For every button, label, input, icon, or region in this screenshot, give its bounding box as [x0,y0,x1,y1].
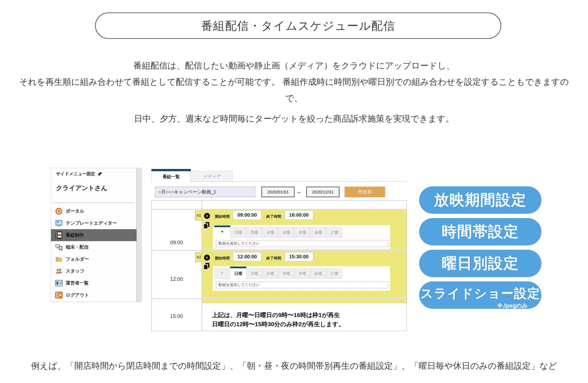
slot-1-tab: #1 [195,211,202,220]
badge-time-band: 時間帯設定 [419,218,541,245]
slot-1-day-tab-sun[interactable]: 日曜 [230,227,246,238]
slot-2-copy-icon[interactable] [203,263,210,271]
sidebar-item-template-editor[interactable]: テンプレートエディター [51,217,137,229]
page: 番組配信・タイムスケジュール配信 番組配信は、配信したい動画や静止画（メディア）… [0,0,588,383]
slot-2-day-tab-sun[interactable]: 日曜 [230,268,246,279]
tab-program-list[interactable]: 番組一覧 [151,171,191,182]
slot-2-day-tab-sat[interactable]: 土曜 [326,268,342,279]
devices-icon [55,243,63,251]
client-name: クライアントさん [56,184,107,192]
slot-1-close-icon[interactable]: ✕ [204,213,210,219]
table-header-divider [151,209,407,209]
staff-icon [55,267,63,275]
operator-list-icon [55,279,63,287]
slot-2-end-time-input[interactable]: 15:30:00 [285,252,313,261]
slot-1-day-tab-all[interactable]: * [214,227,230,238]
sidebar-item-label: スタッフ [66,268,85,274]
sidebar-scrollbar[interactable] [137,168,142,302]
film-icon [55,231,63,239]
slot-1-day-tab-thu[interactable]: 木曜 [294,227,310,238]
sidebar-item-label: 運営者一覧 [66,280,89,286]
portal-icon [55,207,63,215]
page-title: 番組配信・タイムスケジュール配信 [95,13,501,39]
slot-2-day-tab-thu[interactable]: 木曜 [294,268,310,279]
sidebar-item-label: 番組制作 [66,232,84,238]
sidebar-item-program-production[interactable]: 番組制作 [51,229,137,241]
sidebar-item-label: ログアウト [66,292,89,298]
slot-2-start-time-input[interactable]: 12:00:00 [233,252,261,261]
sidebar-item-devices-delivery[interactable]: 端末・配信 [51,241,137,253]
slot-1-copy-icon[interactable] [203,222,210,230]
slot-2-start-label: 開始時間 [215,256,230,261]
slot-2-overflow-strip [202,299,407,303]
schedule-note-line-2: 日曜日の12時〜15時30分のみ枠2が再生します。 [212,320,344,328]
slot-1-day-tab-tue[interactable]: 火曜 [262,227,278,238]
intro-line-1: 番組配信は、配信したい動画や静止画（メディア）をクラウドにアップロードし、 [0,60,588,72]
slot-1-end-time-input[interactable]: 16:00:00 [285,210,313,220]
sidebar-item-label: ポータル [66,208,84,214]
slot-1-day-tab-sat[interactable]: 土曜 [326,227,342,238]
slot-2-media-dropzone[interactable]: 動画を追加してください [216,281,389,288]
sidebar-pin-label: サイドメニュー固定 [56,171,95,177]
sidebar-item-label: フォルダー [66,256,89,262]
date-to-input[interactable]: 2020/12/31 [306,187,339,197]
slot-1-media-dropzone[interactable]: 動画を追加してください [216,240,389,247]
slot-1-day-tab-wed[interactable]: 水曜 [278,227,294,238]
pushpin-icon [97,172,103,177]
badge-slideshow-note: ※Jpegのみ [497,302,528,310]
sidebar-item-portal[interactable]: ポータル [51,205,137,217]
active-tab-accent-bar [151,169,191,171]
slot-1-start-time-input[interactable]: 09:00:00 [233,210,261,220]
sidebar-item-folder[interactable]: フォルダー [51,253,137,265]
sidebar-divider [53,203,134,203]
time-label-0900: 09:00 [151,240,202,246]
intro-line-3: で、 [0,92,588,104]
sidebar-item-label: テンプレートエディター [66,220,117,226]
slot-1-day-tab-fri[interactable]: 金曜 [310,227,326,238]
slot-2-end-label: 終了時間 [266,256,281,261]
row-divider-1 [151,250,407,251]
badge-broadcast-period: 放映期間設定 [419,186,541,214]
sidebar-item-staff[interactable]: スタッフ [51,265,137,277]
sidebar-item-label: 端末・配信 [66,244,89,250]
template-editor-icon [55,219,63,227]
time-label-1200: 12:00 [151,276,202,282]
slot-2-tab: #2 [195,252,202,262]
slot-2-day-tab-fri[interactable]: 金曜 [310,268,326,279]
intro-line-4: 日中、夕方、週末など時間毎にターゲットを絞った商品訴求施策を実現できます。 [0,113,588,125]
add-frame-button[interactable]: 枠追加 [345,187,385,197]
date-from-input[interactable]: 2020/01/01 [261,187,295,197]
sidebar-pin-toggle[interactable]: サイドメニュー固定 [56,171,103,177]
program-name-input[interactable]: ○月○○○キャンペーン動画_1 [155,187,255,197]
slot-1-end-label: 終了時間 [266,214,281,219]
slot-2-day-tab-tue[interactable]: 火曜 [262,268,278,279]
badge-day-of-week: 曜日別設定 [419,250,541,277]
tab-media[interactable]: メディア [191,171,233,182]
footer-examples: 例えば、「開店時間から閉店時間までの時間設定」、「朝・昼・夜の時間帯別再生の番組… [0,360,588,372]
intro-line-2: それを再生順に組み合わせて番組として配信することが可能です。 番組作成時に時間別… [0,76,588,88]
slot-1-start-label: 開始時間 [215,214,230,219]
schedule-note-line-1: 上記は、月曜〜日曜日の9時〜16時は枠1が再生 [212,311,340,319]
sidebar-item-logout[interactable]: ログアウト [51,289,137,301]
logout-icon [55,291,63,299]
row-divider-2 [151,299,407,299]
date-range-separator: ～ [296,188,302,196]
slot-2-close-icon[interactable]: ✕ [204,255,210,261]
sidebar-item-operator-list[interactable]: 運営者一覧 [51,277,137,289]
slot-1-day-tab-mon[interactable]: 月曜 [246,227,262,238]
slot-2-day-tab-mon[interactable]: 月曜 [246,268,262,279]
slot-2-day-tab-all[interactable]: * [214,268,230,279]
folder-icon [55,255,63,263]
slot-2-day-tab-wed[interactable]: 水曜 [278,268,294,279]
time-label-1500: 15:00 [151,313,202,319]
